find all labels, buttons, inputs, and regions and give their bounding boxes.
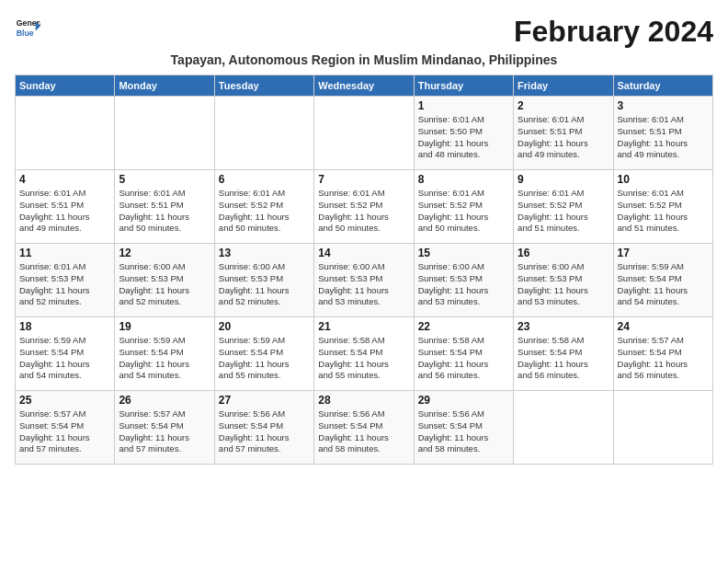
logo: General Blue (15, 15, 44, 40)
day-info: Sunrise: 6:01 AM Sunset: 5:50 PM Dayligh… (418, 114, 509, 161)
logo-icon: General Blue (15, 15, 40, 40)
calendar-cell: 28Sunrise: 5:56 AM Sunset: 5:54 PM Dayli… (314, 391, 414, 465)
day-number: 25 (19, 394, 110, 407)
day-number: 22 (418, 320, 509, 333)
day-info: Sunrise: 6:01 AM Sunset: 5:51 PM Dayligh… (19, 188, 110, 235)
day-number: 2 (518, 99, 609, 112)
day-info: Sunrise: 6:01 AM Sunset: 5:51 PM Dayligh… (119, 188, 210, 235)
day-number: 10 (618, 173, 709, 186)
day-info: Sunrise: 6:01 AM Sunset: 5:51 PM Dayligh… (518, 114, 609, 161)
day-info: Sunrise: 6:00 AM Sunset: 5:53 PM Dayligh… (318, 261, 409, 308)
calendar-cell (214, 97, 313, 170)
day-number: 23 (518, 320, 609, 333)
day-info: Sunrise: 6:00 AM Sunset: 5:53 PM Dayligh… (418, 261, 509, 308)
calendar-cell: 25Sunrise: 5:57 AM Sunset: 5:54 PM Dayli… (16, 391, 115, 465)
day-number: 8 (418, 173, 509, 186)
calendar-cell: 22Sunrise: 5:58 AM Sunset: 5:54 PM Dayli… (414, 317, 513, 391)
calendar-cell: 8Sunrise: 6:01 AM Sunset: 5:52 PM Daylig… (414, 170, 513, 244)
calendar-cell: 9Sunrise: 6:01 AM Sunset: 5:52 PM Daylig… (514, 170, 613, 244)
day-info: Sunrise: 6:01 AM Sunset: 5:52 PM Dayligh… (518, 188, 609, 235)
month-title-section: February 2024 (514, 15, 713, 49)
month-title: February 2024 (514, 15, 713, 49)
week-row-3: 11Sunrise: 6:01 AM Sunset: 5:53 PM Dayli… (16, 244, 713, 317)
day-number: 26 (119, 394, 210, 407)
calendar-cell: 18Sunrise: 5:59 AM Sunset: 5:54 PM Dayli… (16, 317, 115, 391)
day-info: Sunrise: 6:01 AM Sunset: 5:53 PM Dayligh… (19, 261, 110, 308)
day-info: Sunrise: 6:01 AM Sunset: 5:51 PM Dayligh… (618, 114, 709, 161)
calendar-cell: 17Sunrise: 5:59 AM Sunset: 5:54 PM Dayli… (613, 244, 712, 317)
day-number: 20 (219, 320, 310, 333)
svg-text:Blue: Blue (17, 29, 34, 38)
day-number: 1 (418, 99, 509, 112)
week-row-2: 4Sunrise: 6:01 AM Sunset: 5:51 PM Daylig… (16, 170, 713, 244)
calendar-cell (613, 391, 712, 465)
day-number: 9 (518, 173, 609, 186)
calendar-cell: 1Sunrise: 6:01 AM Sunset: 5:50 PM Daylig… (414, 97, 513, 170)
day-info: Sunrise: 6:01 AM Sunset: 5:52 PM Dayligh… (219, 188, 310, 235)
day-info: Sunrise: 5:59 AM Sunset: 5:54 PM Dayligh… (19, 335, 110, 382)
calendar-cell: 13Sunrise: 6:00 AM Sunset: 5:53 PM Dayli… (214, 244, 313, 317)
calendar-cell: 10Sunrise: 6:01 AM Sunset: 5:52 PM Dayli… (613, 170, 712, 244)
day-info: Sunrise: 5:58 AM Sunset: 5:54 PM Dayligh… (418, 335, 509, 382)
calendar-cell: 23Sunrise: 5:58 AM Sunset: 5:54 PM Dayli… (514, 317, 613, 391)
day-info: Sunrise: 5:56 AM Sunset: 5:54 PM Dayligh… (318, 408, 409, 455)
day-info: Sunrise: 5:56 AM Sunset: 5:54 PM Dayligh… (219, 408, 310, 455)
day-number: 18 (19, 320, 110, 333)
weekday-header-friday: Friday (514, 75, 613, 97)
day-info: Sunrise: 6:00 AM Sunset: 5:53 PM Dayligh… (119, 261, 210, 308)
calendar-table: SundayMondayTuesdayWednesdayThursdayFrid… (15, 75, 713, 465)
day-info: Sunrise: 6:01 AM Sunset: 5:52 PM Dayligh… (618, 188, 709, 235)
calendar-cell: 19Sunrise: 5:59 AM Sunset: 5:54 PM Dayli… (115, 317, 214, 391)
calendar-cell: 20Sunrise: 5:59 AM Sunset: 5:54 PM Dayli… (214, 317, 313, 391)
day-number: 14 (318, 247, 409, 259)
calendar-cell: 5Sunrise: 6:01 AM Sunset: 5:51 PM Daylig… (115, 170, 214, 244)
calendar-cell: 26Sunrise: 5:57 AM Sunset: 5:54 PM Dayli… (115, 391, 214, 465)
day-info: Sunrise: 6:00 AM Sunset: 5:53 PM Dayligh… (518, 261, 609, 308)
calendar-cell: 21Sunrise: 5:58 AM Sunset: 5:54 PM Dayli… (314, 317, 414, 391)
calendar-cell: 3Sunrise: 6:01 AM Sunset: 5:51 PM Daylig… (613, 97, 712, 170)
day-info: Sunrise: 5:57 AM Sunset: 5:54 PM Dayligh… (618, 335, 709, 382)
day-info: Sunrise: 6:01 AM Sunset: 5:52 PM Dayligh… (418, 188, 509, 235)
day-number: 5 (119, 173, 210, 186)
day-info: Sunrise: 5:58 AM Sunset: 5:54 PM Dayligh… (518, 335, 609, 382)
day-number: 24 (618, 320, 709, 333)
calendar-cell: 16Sunrise: 6:00 AM Sunset: 5:53 PM Dayli… (514, 244, 613, 317)
day-info: Sunrise: 5:59 AM Sunset: 5:54 PM Dayligh… (219, 335, 310, 382)
day-number: 28 (318, 394, 409, 407)
day-number: 7 (318, 173, 409, 186)
day-number: 6 (219, 173, 310, 186)
calendar-cell: 24Sunrise: 5:57 AM Sunset: 5:54 PM Dayli… (613, 317, 712, 391)
weekday-header-row: SundayMondayTuesdayWednesdayThursdayFrid… (16, 75, 713, 97)
calendar-cell: 15Sunrise: 6:00 AM Sunset: 5:53 PM Dayli… (414, 244, 513, 317)
calendar-cell: 14Sunrise: 6:00 AM Sunset: 5:53 PM Dayli… (314, 244, 414, 317)
calendar-cell: 12Sunrise: 6:00 AM Sunset: 5:53 PM Dayli… (115, 244, 214, 317)
day-info: Sunrise: 5:56 AM Sunset: 5:54 PM Dayligh… (418, 408, 509, 455)
calendar-cell: 27Sunrise: 5:56 AM Sunset: 5:54 PM Dayli… (214, 391, 313, 465)
calendar-cell: 29Sunrise: 5:56 AM Sunset: 5:54 PM Dayli… (414, 391, 513, 465)
day-number: 19 (119, 320, 210, 333)
day-number: 3 (618, 99, 709, 112)
day-info: Sunrise: 5:59 AM Sunset: 5:54 PM Dayligh… (119, 335, 210, 382)
calendar-cell (16, 97, 115, 170)
calendar-cell: 4Sunrise: 6:01 AM Sunset: 5:51 PM Daylig… (16, 170, 115, 244)
day-info: Sunrise: 5:57 AM Sunset: 5:54 PM Dayligh… (19, 408, 110, 455)
calendar-cell: 2Sunrise: 6:01 AM Sunset: 5:51 PM Daylig… (514, 97, 613, 170)
calendar-cell (514, 391, 613, 465)
day-number: 29 (418, 394, 509, 407)
weekday-header-sunday: Sunday (16, 75, 115, 97)
day-number: 27 (219, 394, 310, 407)
day-info: Sunrise: 5:58 AM Sunset: 5:54 PM Dayligh… (318, 335, 409, 382)
week-row-1: 1Sunrise: 6:01 AM Sunset: 5:50 PM Daylig… (16, 97, 713, 170)
location-title: Tapayan, Autonomous Region in Muslim Min… (15, 52, 713, 67)
weekday-header-saturday: Saturday (613, 75, 712, 97)
day-info: Sunrise: 6:01 AM Sunset: 5:52 PM Dayligh… (318, 188, 409, 235)
day-number: 11 (19, 247, 110, 259)
week-row-4: 18Sunrise: 5:59 AM Sunset: 5:54 PM Dayli… (16, 317, 713, 391)
day-number: 21 (318, 320, 409, 333)
calendar-cell (314, 97, 414, 170)
weekday-header-tuesday: Tuesday (214, 75, 313, 97)
day-number: 13 (219, 247, 310, 259)
day-number: 17 (618, 247, 709, 259)
day-number: 4 (19, 173, 110, 186)
day-number: 12 (119, 247, 210, 259)
